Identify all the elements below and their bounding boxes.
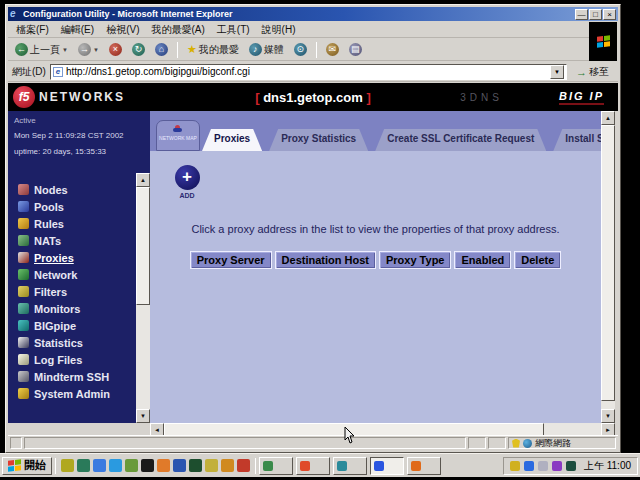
tray-icon[interactable] — [538, 461, 548, 471]
task-button[interactable] — [296, 457, 330, 475]
home-button[interactable]: ⌂ — [152, 42, 171, 57]
start-flag-icon — [8, 459, 21, 471]
history-button[interactable]: ⊙ — [291, 42, 310, 57]
scrollbar-thumb[interactable] — [601, 125, 615, 401]
forward-dropdown-icon[interactable]: ▼ — [93, 47, 99, 53]
nodes-icon — [18, 184, 29, 195]
menu-edit[interactable]: 編輯(E) — [61, 23, 94, 37]
tab-proxies[interactable]: Proxies — [202, 129, 262, 151]
menu-help[interactable]: 說明(H) — [262, 23, 296, 37]
stop-button[interactable]: × — [106, 42, 125, 57]
go-button[interactable]: → 移至 — [571, 64, 614, 80]
column-delete[interactable]: Delete — [514, 251, 561, 269]
back-button[interactable]: ← 上一頁 ▼ — [12, 42, 71, 58]
print-button[interactable]: ▤ — [346, 42, 365, 57]
security-shield-icon — [512, 439, 520, 448]
add-proxy-button[interactable]: + ADD — [172, 165, 202, 199]
column-proxy-server[interactable]: Proxy Server — [190, 251, 272, 269]
sidebar-item-monitors[interactable]: Monitors — [18, 300, 136, 317]
sidebar-scrollbar[interactable]: ▲ ▼ — [136, 173, 150, 423]
task-button[interactable] — [407, 457, 441, 475]
refresh-icon: ↻ — [132, 43, 145, 56]
quicklaunch-icon[interactable] — [93, 459, 106, 472]
refresh-button[interactable]: ↻ — [129, 42, 148, 57]
quicklaunch-icon[interactable] — [125, 459, 138, 472]
title-bar[interactable]: e Configuration Utility - Microsoft Inte… — [8, 7, 618, 21]
column-enabled[interactable]: Enabled — [454, 251, 511, 269]
quicklaunch-icon[interactable] — [109, 459, 122, 472]
tray-icon[interactable] — [566, 461, 576, 471]
quicklaunch-icon[interactable] — [173, 459, 186, 472]
status-zone-pane: 網際網路 — [508, 437, 616, 449]
content-scrollbar[interactable]: ▲ ▼ — [601, 111, 615, 423]
mail-button[interactable]: ✉ — [323, 42, 342, 57]
nats-icon — [18, 235, 29, 246]
quicklaunch-icon[interactable] — [189, 459, 202, 472]
network-map-button[interactable]: NETWORK MAP — [156, 120, 200, 151]
maximize-button[interactable]: □ — [589, 9, 602, 20]
sidebar-item-log-files[interactable]: Log Files — [18, 351, 136, 368]
status-state: Active — [14, 116, 132, 125]
quicklaunch-icon[interactable] — [77, 459, 90, 472]
sidebar-item-bigpipe[interactable]: BIGpipe — [18, 317, 136, 334]
url-text[interactable]: http://dns1.getop.com/bigipgui/bigconf.c… — [66, 66, 547, 77]
media-button[interactable]: ♪ 媒體 — [246, 42, 287, 58]
sidebar-item-network[interactable]: Network — [18, 266, 136, 283]
back-dropdown-icon[interactable]: ▼ — [62, 47, 68, 53]
scrollbar-thumb[interactable] — [136, 187, 150, 305]
address-bar: 網址(D) e http://dns1.getop.com/bigipgui/b… — [8, 62, 618, 82]
task-button[interactable] — [333, 457, 367, 475]
windows-taskbar: 開始 — [0, 453, 640, 477]
tray-icon[interactable] — [524, 461, 534, 471]
tab-row: Proxies Proxy Statistics Create SSL Cert… — [202, 129, 601, 151]
tray-icon[interactable] — [510, 461, 520, 471]
tray-icon[interactable] — [552, 461, 562, 471]
favorites-button[interactable]: ★ 我的最愛 — [184, 42, 242, 58]
task-button[interactable] — [259, 457, 293, 475]
history-icon: ⊙ — [294, 43, 307, 56]
address-dropdown-icon[interactable]: ▼ — [550, 65, 564, 79]
scroll-down-icon[interactable]: ▼ — [601, 409, 615, 423]
scroll-up-icon[interactable]: ▲ — [136, 173, 150, 187]
sidebar-item-proxies[interactable]: Proxies — [18, 249, 136, 266]
close-button[interactable]: × — [603, 9, 616, 20]
quicklaunch-icon[interactable] — [221, 459, 234, 472]
add-icon[interactable]: + — [175, 165, 200, 190]
task-button-active[interactable] — [370, 457, 404, 475]
sidebar-item-statistics[interactable]: Statistics — [18, 334, 136, 351]
quicklaunch-icon[interactable] — [141, 459, 154, 472]
scroll-up-icon[interactable]: ▲ — [601, 111, 615, 125]
tab-install-ssl-certificate[interactable]: Install SSL Certifi — [553, 129, 601, 151]
quicklaunch-icon[interactable] — [157, 459, 170, 472]
menu-tools[interactable]: 工具(T) — [217, 23, 250, 37]
sidebar-item-nats[interactable]: NATs — [18, 232, 136, 249]
sidebar-item-pools[interactable]: Pools — [18, 198, 136, 215]
menu-file[interactable]: 檔案(F) — [16, 23, 49, 37]
log-files-icon — [18, 354, 29, 365]
sidebar-item-system-admin[interactable]: System Admin — [18, 385, 136, 402]
start-button[interactable]: 開始 — [2, 457, 52, 475]
minimize-button[interactable]: — — [575, 9, 588, 20]
sidebar-item-rules[interactable]: Rules — [18, 215, 136, 232]
task-icon — [300, 461, 310, 471]
sidebar-item-mindterm-ssh[interactable]: Mindterm SSH — [18, 368, 136, 385]
sidebar-item-nodes[interactable]: Nodes — [18, 181, 136, 198]
system-tray: 上午 11:00 — [503, 457, 638, 475]
quicklaunch-icon[interactable] — [61, 459, 74, 472]
media-icon: ♪ — [249, 43, 262, 56]
content-frame: NETWORK MAP Proxies Proxy Statistics Cre… — [150, 111, 601, 423]
column-proxy-type[interactable]: Proxy Type — [379, 251, 452, 269]
tab-create-ssl-certificate-request[interactable]: Create SSL Certificate Request — [375, 129, 546, 151]
quicklaunch-icon[interactable] — [205, 459, 218, 472]
column-destination-host[interactable]: Destination Host — [275, 251, 376, 269]
address-field[interactable]: e http://dns1.getop.com/bigipgui/bigconf… — [50, 64, 567, 80]
mail-icon: ✉ — [326, 43, 339, 56]
menu-view[interactable]: 檢視(V) — [106, 23, 139, 37]
sidebar-item-filters[interactable]: Filters — [18, 283, 136, 300]
ie-throbber — [589, 22, 617, 61]
tab-proxy-statistics[interactable]: Proxy Statistics — [269, 129, 368, 151]
menu-favorites[interactable]: 我的最愛(A) — [151, 23, 204, 37]
scroll-down-icon[interactable]: ▼ — [136, 409, 150, 423]
forward-button[interactable]: → ▼ — [75, 42, 102, 57]
quicklaunch-icon[interactable] — [237, 459, 250, 472]
